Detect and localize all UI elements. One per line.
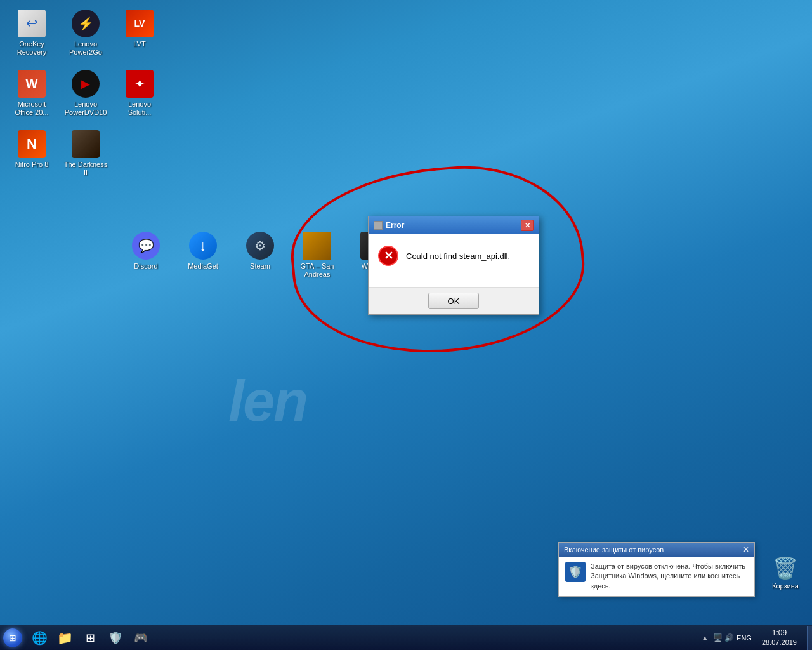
nitro-pro-label: Nitro Pro 8	[15, 161, 49, 169]
tray-expand-button[interactable]: ▲	[702, 634, 708, 641]
start-orb: ⊞	[3, 628, 22, 647]
tray-network-icon[interactable]: 🖥️	[713, 633, 723, 642]
steam-icon	[246, 232, 274, 260]
notification-body[interactable]: 🛡️ Защита от вирусов отключена. Чтобы вк…	[559, 557, 754, 596]
folder-icon: 📁	[57, 630, 73, 646]
powerdvd-icon	[72, 70, 100, 98]
desktop-icon-onekey-recovery[interactable]: OneKey Recovery	[6, 6, 57, 63]
power2go-icon	[72, 10, 100, 37]
dialog-title-text: Error	[386, 221, 404, 230]
discord-label: Discord	[134, 262, 157, 270]
clock-display[interactable]: 1:09 28.07.2019	[757, 625, 802, 650]
onekey-recovery-icon	[18, 10, 46, 37]
mediaget-icon	[189, 232, 217, 260]
desktop-icon-nitro-pro[interactable]: Nitro Pro 8	[6, 127, 57, 184]
taskbar-pinned-items: 🌐 📁 ⊞ 🛡️ 🎮	[27, 625, 154, 650]
dialog-title-area: Error	[374, 221, 404, 230]
taskbar: ⊞ 🌐 📁 ⊞ 🛡️ 🎮 ▲ 🖥️ 🔊 ENG 1:09 28.07.2019	[0, 625, 812, 650]
desktop-icons-row2: Discord MediaGet Steam GTA – San Andreas…	[121, 229, 400, 282]
discord-icon	[132, 232, 160, 260]
notification-icon-area: 🛡️	[565, 562, 586, 582]
taskbar-ie-icon[interactable]: 🌐	[27, 626, 51, 650]
desktop-icon-mediaget[interactable]: MediaGet	[178, 229, 228, 282]
tray-volume-icon[interactable]: 🔊	[724, 633, 734, 642]
power2go-label: Lenovo Power2Go	[63, 40, 108, 56]
recycle-bin-icon: 🗑️	[771, 554, 799, 582]
lenovo-solution-icon	[126, 70, 154, 98]
desktop-icon-lvt[interactable]: LVT	[114, 6, 165, 63]
dialog-body: ✕ Could not find steam_api.dll.	[369, 234, 539, 287]
virus-notification: Включение защиты от вирусов ✕ 🛡️ Защита …	[558, 542, 755, 597]
desktop-icon-discord[interactable]: Discord	[121, 229, 171, 282]
microsoft-office-label: Microsoft Office 20...	[10, 100, 54, 117]
start-button[interactable]: ⊞	[0, 625, 25, 651]
dialog-window-icon	[374, 221, 383, 230]
dialog-titlebar: Error ✕	[369, 216, 539, 234]
dialog-close-button[interactable]: ✕	[521, 220, 534, 231]
windows-defender-icon: 🛡️	[565, 562, 586, 582]
notification-close-button[interactable]: ✕	[743, 545, 749, 554]
lenovo-solution-label: Lenovo Soluti...	[117, 100, 162, 117]
error-dialog: Error ✕ ✕ Could not find steam_api.dll. …	[368, 216, 539, 315]
desktop-icon-lenovo-power2go[interactable]: Lenovo Power2Go	[60, 6, 111, 63]
desktop-icon-lenovo-solution[interactable]: Lenovo Soluti...	[114, 67, 165, 124]
nitro-pro-icon	[18, 130, 46, 158]
powerdvd-label: Lenovo PowerDVD10	[63, 100, 108, 117]
lvt-label: LVT	[133, 40, 145, 48]
recycle-bin[interactable]: 🗑️ Корзина	[768, 551, 802, 593]
darkness-label: The Darkness II	[63, 161, 108, 177]
dialog-buttons-area: OK	[369, 287, 539, 314]
desktop-icon-microsoft-office[interactable]: Microsoft Office 20...	[6, 67, 57, 124]
taskbar-shield-icon[interactable]: 🛡️	[103, 626, 128, 650]
steam-label: Steam	[250, 262, 270, 270]
gta-label: GTA – San Andreas	[295, 262, 339, 279]
windows-logo-icon: ⊞	[9, 633, 16, 643]
desktop-icon-steam[interactable]: Steam	[235, 229, 285, 282]
shield-taskbar-icon: 🛡️	[108, 631, 122, 645]
clock-date: 28.07.2019	[762, 638, 797, 647]
desktop-icon-lenovo-powerdvd[interactable]: Lenovo PowerDVD10	[60, 67, 111, 124]
show-desktop-button[interactable]	[807, 626, 812, 650]
lvt-icon	[126, 10, 154, 37]
mediaget-label: MediaGet	[188, 262, 218, 270]
game-taskbar-icon: 🎮	[134, 631, 148, 645]
system-tray: ▲ 🖥️ 🔊 ENG 1:09 28.07.2019	[697, 625, 807, 650]
ie-logo-icon: 🌐	[32, 630, 48, 646]
notification-header: Включение защиты от вирусов ✕	[559, 543, 754, 557]
clock-time: 1:09	[772, 628, 787, 639]
taskbar-game-icon[interactable]: 🎮	[129, 626, 153, 650]
language-indicator[interactable]: ENG	[737, 634, 752, 642]
gta-icon	[303, 232, 331, 260]
notification-title: Включение защиты от вирусов	[564, 546, 664, 554]
recycle-bin-label: Корзина	[772, 582, 799, 590]
darkness-icon	[72, 130, 100, 158]
lenovo-watermark: len	[228, 369, 307, 434]
error-stop-icon: ✕	[378, 246, 398, 266]
microsoft-office-icon	[18, 70, 46, 98]
tray-icons-area: 🖥️ 🔊	[713, 633, 734, 642]
taskbar-windows-icon[interactable]: ⊞	[78, 626, 102, 650]
desktop: OneKey Recovery Lenovo Power2Go LVT Micr…	[0, 0, 812, 625]
dialog-ok-button[interactable]: OK	[428, 293, 479, 309]
taskbar-explorer-icon[interactable]: 📁	[53, 626, 77, 650]
desktop-icon-darkness-ii[interactable]: The Darkness II	[60, 127, 111, 184]
dialog-error-message: Could not find steam_api.dll.	[406, 251, 510, 261]
onekey-recovery-label: OneKey Recovery	[10, 40, 54, 56]
notification-body-text: Защита от вирусов отключена. Чтобы включ…	[591, 562, 748, 591]
desktop-icon-gta-san-andreas[interactable]: GTA – San Andreas	[292, 229, 343, 282]
windows-taskbar-icon: ⊞	[86, 631, 95, 645]
dialog-content-area: ✕ Could not find steam_api.dll.	[378, 246, 529, 266]
